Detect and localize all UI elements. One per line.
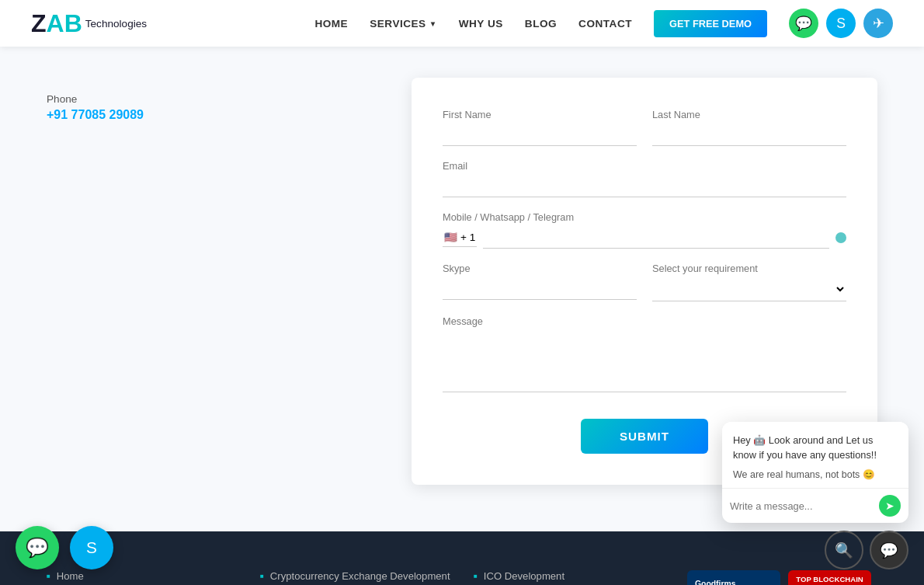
skype-requirement-row: Skype Select your requirement Cryptocurr… [443, 263, 846, 301]
phone-field-label: Mobile / Whatsapp / Telegram [443, 211, 846, 223]
requirement-label: Select your requirement [652, 263, 846, 274]
revchat-search-icon[interactable]: 🔍 [825, 531, 863, 569]
name-row: First Name Last Name [443, 109, 846, 146]
country-flag-select[interactable]: 🇺🇸 + 1 [443, 228, 477, 247]
phone-number-input[interactable] [483, 226, 829, 249]
phone-row: Mobile / Whatsapp / Telegram 🇺🇸 + 1 [443, 211, 846, 249]
list-item: Cryptocurrency Exchange Development [260, 570, 450, 582]
nav-home[interactable]: HOME [314, 18, 348, 30]
skype-nav-button[interactable]: S [826, 9, 856, 38]
telegram-nav-button[interactable]: ✈ [863, 9, 893, 38]
footer-col-1: HomeWhy usBlogContact [47, 570, 237, 585]
flag-icon: 🇺🇸 [444, 231, 457, 243]
skype-input[interactable] [443, 277, 637, 300]
phone-indicator [835, 232, 846, 243]
footer-grid: HomeWhy usBlogContact Cryptocurrency Exc… [47, 570, 877, 585]
phone-label: Phone [47, 93, 380, 105]
footer-link[interactable]: Home [57, 570, 84, 582]
last-name-group: Last Name [652, 109, 846, 146]
chat-input-row: ➤ [722, 488, 908, 523]
chat-widget: Hey 🤖 Look around and Let us know if you… [722, 422, 908, 523]
nav-links: HOME SERVICES ▼ WHY US BLOG CONTACT GET … [314, 9, 893, 38]
demo-button[interactable]: GET FREE DEMO [654, 10, 767, 37]
submit-button[interactable]: SUBMIT [581, 419, 708, 454]
message-row: Message [443, 315, 846, 395]
goodfirms-badge: GoodfirmsBlockchain Developer [687, 570, 780, 585]
chat-input[interactable] [730, 500, 874, 512]
footer-col-3: ICO DevelopmentSTO DevelopmentIEO Develo… [474, 570, 664, 585]
footer-col-4: GoodfirmsBlockchain Developer TOP BLOCKC… [687, 570, 877, 585]
topblock-badge: TOP BLOCKCHAINDEVELOPMENTCOMPANIES [788, 570, 871, 585]
message-textarea[interactable] [443, 330, 846, 392]
email-input[interactable] [443, 175, 846, 197]
whatsapp-nav-button[interactable]: 💬 [789, 9, 818, 38]
float-whatsapp-button[interactable]: 💬 [16, 526, 59, 569]
services-caret-icon: ▼ [429, 19, 437, 28]
requirement-group: Select your requirement Cryptocurrency E… [652, 263, 846, 301]
nav-social-icons: 💬 S ✈ [789, 9, 893, 38]
nav-blog[interactable]: BLOG [525, 18, 557, 30]
badges-row: GoodfirmsBlockchain Developer TOP BLOCKC… [687, 570, 877, 585]
list-item: ICO Development [474, 570, 664, 582]
revchat-chat-icon[interactable]: 💬 [870, 531, 908, 569]
footer-col1-list: HomeWhy usBlogContact [47, 570, 237, 585]
email-row: Email [443, 160, 846, 197]
logo-z: Z [31, 9, 47, 38]
revchat-widget: 🔍 💬 [825, 531, 908, 569]
message-group: Message [443, 315, 846, 395]
footer-link[interactable]: Cryptocurrency Exchange Development [270, 570, 450, 582]
message-label: Message [443, 315, 846, 327]
phone-input-row: 🇺🇸 + 1 [443, 226, 846, 249]
first-name-group: First Name [443, 109, 637, 146]
chat-send-button[interactable]: ➤ [879, 495, 901, 517]
skype-group: Skype [443, 263, 637, 301]
country-code: + 1 [460, 232, 475, 243]
nav-why-us[interactable]: WHY US [459, 18, 503, 30]
footer-col2-list: Cryptocurrency Exchange DevelopmentBlock… [260, 570, 450, 585]
list-item: Home [47, 570, 237, 582]
chat-message-2: We are real humans, not bots 😊 [733, 468, 898, 480]
email-label: Email [443, 160, 846, 172]
requirement-select[interactable]: Cryptocurrency Exchange Blockchain Devel… [652, 277, 846, 301]
logo-ab: AB [47, 9, 82, 38]
footer-col-2: Cryptocurrency Exchange DevelopmentBlock… [260, 570, 450, 585]
logo[interactable]: Z AB Technologies [31, 9, 147, 38]
chat-message-1: Hey 🤖 Look around and Let us know if you… [733, 433, 898, 462]
nav-contact[interactable]: CONTACT [578, 18, 632, 30]
footer-col3-list: ICO DevelopmentSTO DevelopmentIEO Develo… [474, 570, 664, 585]
footer: HomeWhy usBlogContact Cryptocurrency Exc… [0, 531, 924, 585]
chat-header: Hey 🤖 Look around and Let us know if you… [722, 422, 908, 488]
email-group: Email [443, 160, 846, 197]
first-name-label: First Name [443, 109, 637, 120]
phone-number: +91 77085 29089 [47, 108, 380, 122]
navbar: Z AB Technologies HOME SERVICES ▼ WHY US… [0, 0, 924, 47]
nav-services[interactable]: SERVICES ▼ [370, 18, 437, 30]
float-skype-button[interactable]: S [70, 526, 113, 569]
last-name-input[interactable] [652, 124, 846, 146]
left-info: Phone +91 77085 29089 [47, 78, 412, 485]
phone-group: Mobile / Whatsapp / Telegram 🇺🇸 + 1 [443, 211, 846, 249]
first-name-input[interactable] [443, 124, 637, 146]
footer-link[interactable]: ICO Development [484, 570, 564, 582]
skype-label: Skype [443, 263, 637, 274]
last-name-label: Last Name [652, 109, 846, 120]
logo-tech: Technologies [85, 18, 147, 30]
